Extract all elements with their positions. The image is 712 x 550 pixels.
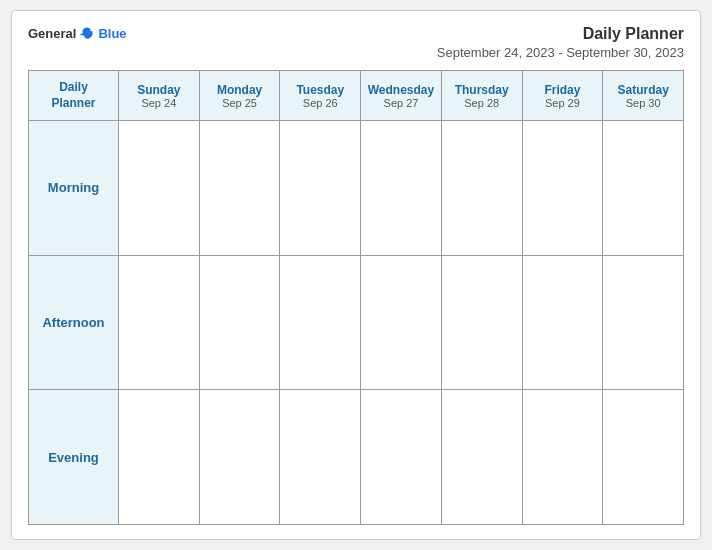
cell-morning-sunday[interactable] [119, 121, 200, 256]
cell-afternoon-tuesday[interactable] [280, 256, 361, 391]
day-name-friday: Friday [544, 83, 580, 97]
cell-morning-wednesday[interactable] [361, 121, 442, 256]
cell-evening-sunday[interactable] [119, 390, 200, 525]
logo-area: General Blue [28, 25, 127, 41]
cell-afternoon-wednesday[interactable] [361, 256, 442, 391]
cell-afternoon-thursday[interactable] [442, 256, 523, 391]
day-date-sunday: Sep 24 [141, 97, 176, 109]
title-area: Daily Planner September 24, 2023 - Septe… [437, 25, 684, 60]
cell-evening-tuesday[interactable] [280, 390, 361, 525]
day-date-monday: Sep 25 [222, 97, 257, 109]
day-name-tuesday: Tuesday [296, 83, 344, 97]
logo-blue: Blue [98, 26, 126, 41]
planner-container: General Blue Daily Planner September 24,… [11, 10, 701, 540]
cell-afternoon-friday[interactable] [523, 256, 604, 391]
cell-morning-friday[interactable] [523, 121, 604, 256]
day-name-wednesday: Wednesday [368, 83, 434, 97]
cell-afternoon-monday[interactable] [200, 256, 281, 391]
date-range: September 24, 2023 - September 30, 2023 [437, 45, 684, 60]
day-date-friday: Sep 29 [545, 97, 580, 109]
row-label-afternoon: Afternoon [29, 256, 119, 391]
row-label-morning: Morning [29, 121, 119, 256]
cell-evening-monday[interactable] [200, 390, 281, 525]
day-name-monday: Monday [217, 83, 262, 97]
cell-morning-thursday[interactable] [442, 121, 523, 256]
header: General Blue Daily Planner September 24,… [28, 25, 684, 60]
cell-morning-tuesday[interactable] [280, 121, 361, 256]
day-date-saturday: Sep 30 [626, 97, 661, 109]
header-day-monday: Monday Sep 25 [200, 71, 281, 121]
calendar-grid: Daily Planner Sunday Sep 24 Monday Sep 2… [28, 70, 684, 525]
day-date-tuesday: Sep 26 [303, 97, 338, 109]
header-day-wednesday: Wednesday Sep 27 [361, 71, 442, 121]
cell-evening-friday[interactable] [523, 390, 604, 525]
header-day-saturday: Saturday Sep 30 [603, 71, 684, 121]
cell-morning-saturday[interactable] [603, 121, 684, 256]
cell-evening-thursday[interactable] [442, 390, 523, 525]
cell-evening-saturday[interactable] [603, 390, 684, 525]
row-label-evening: Evening [29, 390, 119, 525]
cell-afternoon-sunday[interactable] [119, 256, 200, 391]
corner-label-line1: Daily [59, 80, 88, 96]
logo-bird-icon [79, 25, 95, 41]
cell-afternoon-saturday[interactable] [603, 256, 684, 391]
day-name-thursday: Thursday [455, 83, 509, 97]
day-name-saturday: Saturday [617, 83, 668, 97]
planner-title: Daily Planner [437, 25, 684, 43]
corner-label-line2: Planner [51, 96, 95, 112]
header-day-tuesday: Tuesday Sep 26 [280, 71, 361, 121]
cell-morning-monday[interactable] [200, 121, 281, 256]
header-day-thursday: Thursday Sep 28 [442, 71, 523, 121]
corner-cell: Daily Planner [29, 71, 119, 121]
day-date-thursday: Sep 28 [464, 97, 499, 109]
header-day-sunday: Sunday Sep 24 [119, 71, 200, 121]
header-day-friday: Friday Sep 29 [523, 71, 604, 121]
day-name-sunday: Sunday [137, 83, 180, 97]
logo-general: General [28, 26, 76, 41]
logo-text: General Blue [28, 25, 127, 41]
day-date-wednesday: Sep 27 [384, 97, 419, 109]
cell-evening-wednesday[interactable] [361, 390, 442, 525]
